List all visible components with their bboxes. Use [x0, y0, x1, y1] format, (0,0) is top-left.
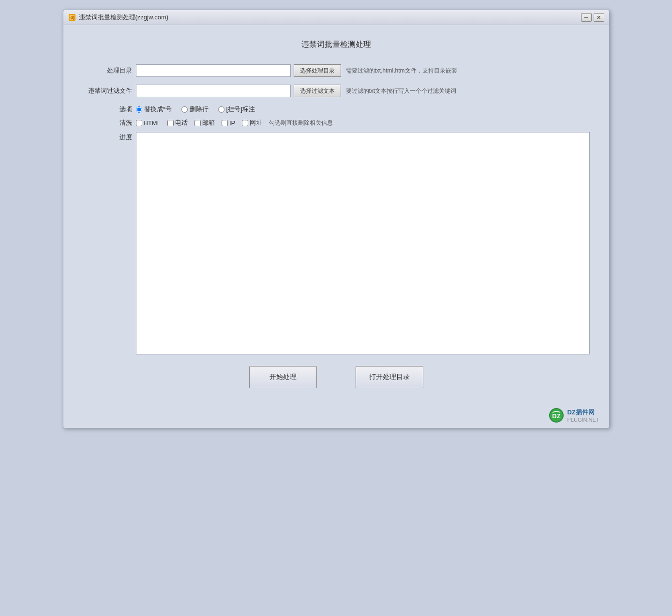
clean-email-checkbox[interactable] [194, 120, 201, 126]
close-button[interactable]: ✕ [594, 13, 604, 22]
progress-textarea-wrapper [136, 132, 590, 356]
clean-phone-checkbox[interactable] [167, 120, 174, 126]
start-button[interactable]: 开始处理 [249, 366, 317, 388]
directory-label: 处理目录 [83, 66, 136, 75]
logo-main-text: DZ插件网 [567, 408, 599, 417]
filter-hint: 要过滤的txt文本按行写入一个个过滤关键词 [346, 87, 457, 95]
title-bar-buttons: ─ ✕ [581, 13, 604, 22]
select-directory-button[interactable]: 选择处理目录 [294, 64, 341, 77]
bottom-buttons: 开始处理 打开处理目录 [83, 366, 590, 388]
option-replace-label: 替换成*号 [144, 105, 172, 114]
filter-file-row: 违禁词过滤文件 选择过滤文本 要过滤的txt文本按行写入一个个过滤关键词 [83, 85, 590, 97]
clean-email-label: 邮箱 [202, 118, 215, 127]
option-delete[interactable]: 删除行 [181, 105, 209, 114]
checkbox-group: HTML 电话 邮箱 IP 网址 勾选则直接删除相关信 [136, 118, 333, 127]
clean-url-checkbox[interactable] [242, 120, 248, 126]
option-delete-radio[interactable] [181, 106, 188, 113]
progress-section: 进度 [83, 132, 590, 356]
clean-hint: 勾选则直接删除相关信息 [269, 119, 333, 127]
title-bar: 词 违禁词批量检测处理(zzgjw.com) ─ ✕ [63, 10, 609, 25]
filter-label: 违禁词过滤文件 [83, 87, 136, 95]
title-bar-left: 词 违禁词批量检测处理(zzgjw.com) [68, 13, 169, 22]
clean-email[interactable]: 邮箱 [194, 118, 215, 127]
main-window: 词 违禁词批量检测处理(zzgjw.com) ─ ✕ 违禁词批量检测处理 处理目… [63, 10, 610, 428]
option-replace-radio[interactable] [136, 106, 142, 113]
clean-phone[interactable]: 电话 [167, 118, 188, 127]
footer-logo: DZ DZ插件网 PLUGIN.NET [63, 403, 609, 428]
options-label: 选项 [83, 105, 136, 114]
directory-hint: 需要过滤的txt,html,htm文件，支持目录嵌套 [346, 67, 457, 75]
select-filter-button[interactable]: 选择过滤文本 [294, 85, 341, 97]
open-directory-button[interactable]: 打开处理目录 [356, 366, 423, 388]
svg-text:词: 词 [70, 15, 74, 20]
main-title: 违禁词批量检测处理 [83, 40, 590, 50]
radio-group: 替换成*号 删除行 [挂号]标注 [136, 105, 255, 114]
option-bracket[interactable]: [挂号]标注 [218, 105, 255, 114]
svg-text:DZ: DZ [553, 412, 561, 420]
logo-text-wrapper: DZ插件网 PLUGIN.NET [567, 408, 599, 423]
clean-html-label: HTML [144, 119, 161, 127]
clean-url[interactable]: 网址 [242, 118, 262, 127]
clean-url-label: 网址 [250, 118, 262, 127]
progress-textarea[interactable] [136, 132, 590, 354]
option-replace[interactable]: 替换成*号 [136, 105, 172, 114]
progress-label: 进度 [83, 133, 136, 142]
clean-html[interactable]: HTML [136, 119, 161, 127]
clean-ip[interactable]: IP [222, 119, 235, 127]
content-area: 违禁词批量检测处理 处理目录 选择处理目录 需要过滤的txt,html,htm文… [63, 25, 609, 403]
options-row: 选项 替换成*号 删除行 [挂号]标注 [83, 105, 590, 114]
window-title: 违禁词批量检测处理(zzgjw.com) [79, 13, 169, 22]
option-bracket-radio[interactable] [218, 106, 224, 113]
app-icon: 词 [68, 14, 76, 21]
logo-sub-text: PLUGIN.NET [567, 417, 599, 423]
dz-logo-icon: DZ [549, 408, 564, 423]
directory-input[interactable] [136, 64, 291, 77]
clean-ip-checkbox[interactable] [222, 120, 228, 126]
clean-phone-label: 电话 [175, 118, 188, 127]
directory-row: 处理目录 选择处理目录 需要过滤的txt,html,htm文件，支持目录嵌套 [83, 64, 590, 77]
clean-row: 清洗 HTML 电话 邮箱 IP [83, 118, 590, 127]
clean-ip-label: IP [229, 119, 235, 127]
option-delete-label: 删除行 [190, 105, 209, 114]
clean-label: 清洗 [83, 118, 136, 127]
minimize-button[interactable]: ─ [581, 13, 592, 22]
clean-html-checkbox[interactable] [136, 120, 142, 126]
filter-input[interactable] [136, 85, 291, 97]
option-bracket-label: [挂号]标注 [226, 105, 255, 114]
